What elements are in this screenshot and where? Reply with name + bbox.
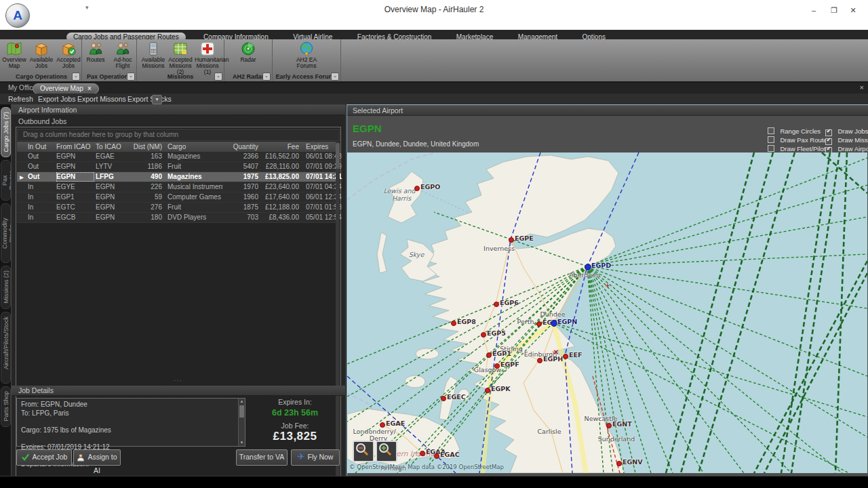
col-cargo[interactable]: Cargo (167, 142, 223, 152)
ah2-ea-forums-button[interactable]: AH2 EA Forums (294, 40, 319, 72)
group-expander-icon[interactable]: ⌄ (214, 73, 222, 81)
assign-to-ai-button[interactable]: Assign to AI (73, 449, 121, 466)
refresh-button[interactable]: Refresh (8, 94, 33, 104)
cell-quantity: 1970 (224, 182, 258, 192)
cell-to-icao: LFPG (96, 172, 127, 182)
bottom-strip (0, 476, 868, 488)
map-toggle[interactable]: Range Circles (768, 124, 830, 133)
map-attribution[interactable]: © OpenStreetMap - Map data ©2019 OpenStr… (349, 464, 504, 470)
airport-dot-icon (486, 352, 492, 358)
table-row[interactable]: In EGTC EGPN 276 Fruit 1875 £12,188.00 0… (17, 203, 336, 213)
map-place-label: Carlisle (537, 428, 561, 435)
table-row[interactable]: In EGYE EGPN 226 Musical Instruments 197… (17, 182, 336, 192)
cell-cargo: Fruit (167, 162, 223, 171)
map-toggle[interactable]: Draw Jobs (825, 124, 868, 133)
overview-map-button[interactable]: Overview Map (1, 40, 27, 72)
textbox-scrollbar[interactable]: ▲ ▼ (238, 399, 245, 446)
table-row[interactable]: Out EGPN LFPG 490 Magazines 1975 £13,825… (17, 172, 336, 182)
col-to-icao[interactable]: To ICAO (96, 142, 127, 152)
mission-mark-icon: ✕ (553, 348, 559, 356)
routes-button[interactable]: Routes (83, 40, 108, 72)
group-expander-icon[interactable]: ⌄ (127, 73, 135, 81)
map-toggle[interactable]: Draw Pax Routes (768, 133, 830, 142)
available-missions-button[interactable]: Available Missions (140, 40, 166, 72)
group-expander-icon[interactable]: ⌄ (72, 73, 80, 81)
table-row[interactable]: Out EGPN EGAE 163 Magazines 2366 £16,562… (17, 152, 336, 162)
map-toggle[interactable]: Draw Airports (825, 142, 868, 150)
export-stocks-button[interactable]: Export Stocks (127, 94, 172, 104)
table-row[interactable]: Out EGPN LYTV 1186 Fruit 5407 £28,116.00… (17, 162, 336, 172)
tab-close-icon[interactable]: × (87, 85, 92, 92)
accept-job-button[interactable]: Accept Job (16, 449, 72, 466)
map-panel-header: Selected Airport (347, 106, 868, 116)
zoom-in-button[interactable] (376, 441, 397, 462)
panel-splitter[interactable]: ∙ ∙ ∙ (16, 379, 340, 384)
map-toggle[interactable]: Draw Missions (825, 133, 868, 142)
toolbar-dropdown-icon[interactable]: ▾ (152, 95, 162, 104)
job-details-textbox[interactable]: From: EGPN, DundeeTo: LFPG, ParisCargo: … (16, 398, 245, 447)
grid-body: Out EGPN EGAE 163 Magazines 2366 £16,562… (17, 152, 336, 223)
zoom-out-button[interactable] (353, 441, 374, 462)
col-from-icao[interactable]: From ICAO (56, 142, 94, 152)
col-fee[interactable]: Fee (260, 142, 299, 152)
export-missions-button[interactable]: Export Missons (77, 94, 126, 104)
cell-quantity: 1960 (224, 192, 258, 202)
cell-in-out: In (28, 203, 55, 212)
button-label: Fly Now (307, 453, 333, 461)
cell-to-icao: EGPN (96, 192, 127, 202)
airport-dot-icon (494, 363, 500, 369)
minimize-button[interactable]: – (804, 3, 823, 18)
airport-dot-icon (606, 423, 612, 428)
tabstrip-close-icon[interactable]: × (860, 83, 864, 92)
sidetab-commodity-stocks[interactable]: Commodity Stocks (1, 203, 11, 263)
scroll-down-icon[interactable]: ▼ (239, 440, 245, 446)
sidetab-pax-routes[interactable]: Pax Routes (1, 160, 11, 201)
group-expander-icon[interactable]: ⌄ (331, 73, 339, 81)
table-row[interactable]: In EGP1 EGPN 59 Computer Games 1960 £17,… (17, 192, 336, 203)
transfer-to-va-button[interactable]: Transfer to VA (236, 449, 288, 466)
export-jobs-button[interactable]: Export Jobs (38, 94, 75, 104)
scroll-up-icon[interactable]: ▲ (239, 399, 245, 405)
cell-in-out: In (28, 192, 55, 202)
maximize-button[interactable]: ❐ (825, 3, 844, 18)
airport-code-label: EGPF (500, 361, 519, 368)
job-fee-label: Job Fee: (245, 422, 345, 430)
available-jobs-button[interactable]: Available Jobs (28, 40, 54, 72)
humanitarian-missions-button[interactable]: Humanitarian Missions (1) (195, 40, 220, 72)
fly-now-button[interactable]: ✈Fly Now (291, 449, 340, 466)
group-expander-icon[interactable]: ⌄ (262, 73, 271, 81)
map-place-label: Sunderland (598, 435, 635, 443)
button-label: Radar (235, 57, 261, 63)
group-label: Cargo Operations (1, 73, 81, 81)
sidetab-missions[interactable]: Missions (2) (1, 266, 11, 309)
table-row[interactable]: In EGCB EGPN 180 DVD Players 703 £8,436.… (17, 213, 336, 223)
map-place-label: Inverness (484, 245, 515, 252)
sidetab-aircraft-pilots-stock[interactable]: Aircraft/Pilots/Stock (1, 312, 11, 384)
col-in-out[interactable]: In Out (28, 142, 55, 152)
close-button[interactable]: ✕ (844, 3, 863, 18)
scrollbar-thumb[interactable] (239, 405, 244, 418)
cell-dist: 59 (128, 192, 162, 202)
accepted-missions-button[interactable]: Accepted Missions (2) (167, 40, 193, 72)
map-toggle[interactable]: Draw Fleet/Pilots (768, 142, 830, 150)
scrollbar-thumb[interactable] (336, 143, 340, 169)
airport-dot-icon (563, 354, 568, 359)
cell-from-icao: EGPN (56, 162, 94, 171)
col-quantity[interactable]: Quantity (224, 142, 258, 152)
col-dist[interactable]: Dist (NM) (128, 142, 162, 152)
cell-in-out: In (28, 213, 55, 222)
button-label: Ad-hoc Flight (110, 57, 136, 69)
airport-information-panel: Airport Information Outbound Jobs Drag a… (11, 104, 346, 477)
airport-dot-icon (537, 358, 542, 363)
cell-fee: £23,640.00 (260, 182, 299, 192)
adhoc-flight-button[interactable]: Ad-hoc Flight (110, 40, 136, 72)
sidetab-cargo-jobs[interactable]: Cargo Jobs (7) (1, 107, 11, 157)
tab-overview-map[interactable]: Overview Map× (33, 83, 99, 94)
app-logo-icon[interactable]: A (5, 3, 30, 28)
map-canvas[interactable]: Lewis and Harris Skye Inverness Aberdeen… (347, 152, 867, 473)
sidetab-parts-shop[interactable]: Parts Shop (1, 386, 11, 427)
group-by-hint[interactable]: Drag a column header here to group by th… (17, 129, 340, 141)
map-grid-icon (172, 41, 189, 57)
accepted-jobs-button[interactable]: Accepted Jobs (56, 40, 81, 72)
radar-button[interactable]: Radar (235, 40, 261, 72)
